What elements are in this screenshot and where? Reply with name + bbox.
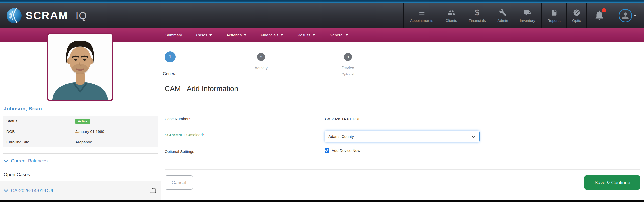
tab-financials[interactable]: Financials [261, 33, 283, 37]
nav-label: Reports [547, 18, 561, 23]
detail-label: Enrolling Site [6, 140, 29, 144]
wizard-step-2[interactable]: 2 [257, 53, 265, 61]
tab-cases[interactable]: Cases [196, 33, 212, 37]
top-navigation: Appointments Clients $ Financials Admin [403, 3, 643, 28]
chevron-down-icon [313, 34, 315, 36]
scramnet-caseload-label: SCRAMNET Caseload* [165, 133, 204, 137]
detail-label: DOB [6, 129, 15, 134]
list-icon [418, 9, 426, 16]
window-bottom-edge [0, 200, 644, 202]
wrench-icon [499, 9, 507, 16]
dollar-icon: $ [475, 9, 479, 16]
detail-row-dob: DOB January 01 1980 [3, 126, 158, 137]
person-icon [621, 11, 630, 20]
save-continue-button[interactable]: Save & Continue [584, 175, 640, 190]
people-icon [447, 9, 456, 16]
caseload-select[interactable]: Adams County [325, 131, 480, 142]
nav-label: Clients [446, 18, 457, 23]
notifications-button[interactable] [586, 3, 612, 28]
gauge-icon [573, 9, 580, 16]
wizard-step-3[interactable]: 3 [344, 53, 352, 61]
detail-row-status: Status Active [3, 116, 158, 126]
chevron-down-icon [281, 34, 283, 36]
user-menu-button[interactable] [612, 3, 643, 28]
page-title: CAM - Add Information [165, 85, 238, 93]
logo-divider [72, 10, 72, 22]
case-folder-button[interactable] [150, 187, 156, 194]
wizard-step-2-label: Activity [234, 66, 289, 70]
tab-results[interactable]: Results [297, 33, 315, 37]
chevron-down-icon [4, 188, 8, 193]
nav-reports[interactable]: Reports [541, 3, 566, 28]
status-badge: Active [75, 119, 90, 124]
chevron-down-icon [634, 15, 637, 17]
logo-globe-icon [6, 8, 22, 24]
nav-inventory[interactable]: Inventory [514, 3, 541, 28]
section-divider [165, 169, 640, 170]
case-toggle[interactable]: CA-2026-14-01-DUI [4, 188, 53, 193]
nav-admin[interactable]: Admin [492, 3, 514, 28]
detail-label: Status [6, 119, 17, 123]
detail-value: Arapahoe [75, 140, 92, 144]
caseload-select-wrap: Adams County [325, 131, 480, 142]
wizard-step-1[interactable]: 1 [165, 51, 176, 62]
client-details: Status Active DOB January 01 1980 Enroll… [3, 116, 158, 147]
case-number-label: Case Number* [165, 117, 190, 121]
chevron-down-icon [346, 34, 348, 36]
nav-label: Financials [469, 18, 486, 23]
chevron-down-icon [244, 34, 246, 36]
detail-row-enrolling-site: Enrolling Site Arapahoe [3, 137, 158, 147]
app-header: SCRAM IQ Appointments Clients $ Financia… [0, 3, 644, 28]
scram-iq-app: SCRAM IQ Appointments Clients $ Financia… [0, 0, 644, 202]
nav-label: Admin [497, 18, 508, 23]
avatar [619, 9, 632, 22]
section-divider [165, 103, 640, 103]
chevron-down-icon [4, 159, 8, 163]
detail-value: January 01 1980 [75, 129, 104, 134]
top-blue-strip [0, 0, 644, 3]
nav-financials[interactable]: $ Financials [463, 3, 492, 28]
tab-general[interactable]: General [330, 33, 348, 37]
nav-appointments[interactable]: Appointments [403, 3, 440, 28]
nav-label: Optix [572, 18, 581, 23]
case-number-link: CA-2026-14-01-DUI [11, 188, 53, 193]
wizard-step-3-sublabel: Optional [320, 72, 375, 76]
add-device-now-checkbox[interactable] [325, 148, 329, 153]
truck-icon [523, 9, 532, 16]
wizard-step-3-label: Device [320, 66, 375, 70]
sidebar-divider [3, 153, 158, 154]
client-photo [47, 33, 113, 101]
required-marker: * [203, 133, 204, 137]
product-name: IQ [76, 10, 87, 21]
scram-iq-logo[interactable]: SCRAM IQ [6, 7, 87, 25]
add-device-now-label: Add Device Now [332, 148, 360, 153]
current-balances-toggle[interactable]: Current Balances [4, 158, 48, 164]
wizard-step-1-label: General [142, 71, 198, 76]
notification-alert-dot [602, 8, 606, 12]
open-cases-heading: Open Cases [4, 172, 30, 177]
chevron-down-icon [209, 34, 212, 36]
client-portrait [48, 34, 112, 100]
tab-activities[interactable]: Activities [226, 33, 246, 37]
case-number-value: CA-2026-14-01-DUI [325, 117, 359, 121]
nav-label: Inventory [520, 18, 535, 23]
client-name: Johnson, Brian [4, 106, 42, 112]
report-icon [551, 9, 558, 16]
cancel-button[interactable]: Cancel [165, 175, 193, 190]
folder-icon [150, 187, 156, 193]
required-marker: * [189, 117, 190, 121]
nav-clients[interactable]: Clients [440, 3, 463, 28]
brand-name: SCRAM [26, 10, 68, 22]
nav-label: Appointments [410, 18, 433, 23]
nav-optix[interactable]: Optix [566, 3, 586, 28]
tab-summary[interactable]: Summary [165, 33, 182, 37]
optional-settings-label: Optional Settings [165, 149, 194, 154]
